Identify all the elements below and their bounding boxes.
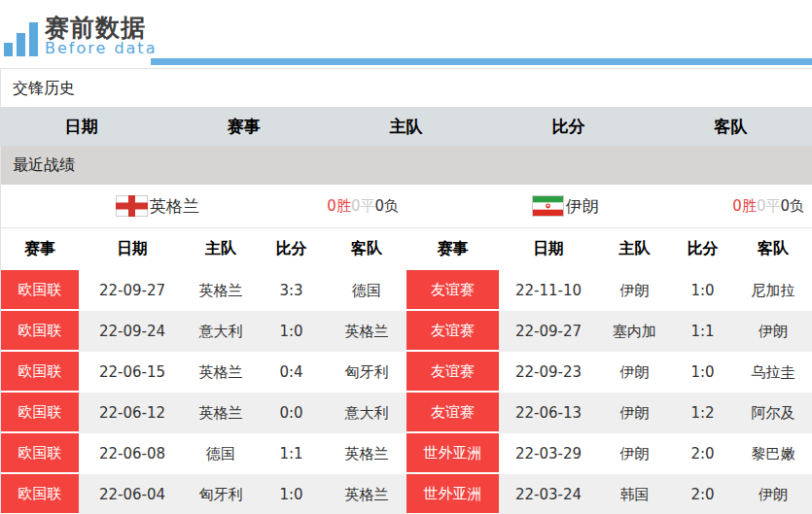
away-team: 乌拉圭 xyxy=(734,352,812,393)
england-wins: 0胜 xyxy=(327,197,351,215)
match-row: 欧国联 22-06-08 德国 1:1 英格兰 xyxy=(1,433,406,474)
home-team: 英格兰 xyxy=(186,393,256,433)
away-team: 黎巴嫩 xyxy=(734,433,812,474)
score: 1:0 xyxy=(671,270,734,311)
score: 0:4 xyxy=(256,352,327,393)
match-row: 世外亚洲 22-03-24 韩国 2:0 伊朗 xyxy=(406,474,812,514)
home-team: 匈牙利 xyxy=(186,474,256,514)
col-home: 主队 xyxy=(598,239,671,259)
england-losses: 0负 xyxy=(374,197,399,215)
home-team: 意大利 xyxy=(186,311,256,352)
h2h-col-competition: 赛事 xyxy=(162,116,325,138)
col-competition: 赛事 xyxy=(1,239,79,259)
col-away: 客队 xyxy=(327,239,406,259)
iran-wins: 0胜 xyxy=(732,197,757,215)
match-row: 友谊赛 22-09-23 伊朗 1:0 乌拉圭 xyxy=(406,352,812,393)
match-date: 22-06-08 xyxy=(79,433,186,474)
match-date: 22-06-12 xyxy=(79,393,186,433)
match-row: 友谊赛 22-11-10 伊朗 1:0 尼加拉 xyxy=(406,270,812,311)
away-team: 尼加拉 xyxy=(734,270,812,311)
competition-badge: 世外亚洲 xyxy=(406,433,499,474)
home-team: 伊朗 xyxy=(598,352,671,393)
h2h-col-away: 客队 xyxy=(650,116,812,138)
home-team: 伊朗 xyxy=(598,393,671,433)
h2h-col-home: 主队 xyxy=(325,116,487,138)
competition-badge: 友谊赛 xyxy=(406,393,499,433)
match-date: 22-03-29 xyxy=(499,433,598,474)
match-date: 22-06-13 xyxy=(499,393,598,433)
h2h-table-header: 日期 赛事 主队 比分 客队 xyxy=(0,107,812,146)
england-record: 0胜0平0负 xyxy=(327,197,399,216)
home-team: 德国 xyxy=(186,433,256,474)
england-table-header: 赛事 日期 主队 比分 客队 xyxy=(1,228,406,270)
match-date: 22-09-27 xyxy=(499,311,598,352)
h2h-section-title: 交锋历史 xyxy=(0,68,812,107)
score: 1:2 xyxy=(671,393,734,433)
england-draws: 0平 xyxy=(351,197,375,215)
iran-team-header: 伊朗 0胜0平0负 xyxy=(406,185,812,228)
match-date: 22-09-27 xyxy=(79,270,186,311)
match-date: 22-09-23 xyxy=(499,352,598,393)
home-team: 英格兰 xyxy=(186,270,256,311)
match-date: 22-03-24 xyxy=(499,474,598,514)
iran-flag-icon xyxy=(532,195,564,217)
away-team: 英格兰 xyxy=(327,311,406,352)
match-row: 友谊赛 22-06-13 伊朗 1:2 阿尔及 xyxy=(406,393,812,433)
score: 1:0 xyxy=(256,311,327,352)
home-team: 伊朗 xyxy=(598,433,671,474)
competition-badge: 欧国联 xyxy=(1,433,79,474)
col-score: 比分 xyxy=(256,239,327,259)
england-team-header: 英格兰 0胜0平0负 xyxy=(1,185,406,228)
england-table: 英格兰 0胜0平0负 赛事 日期 主队 比分 客队 欧国联 22-09-27 英… xyxy=(1,185,406,514)
competition-badge: 欧国联 xyxy=(1,474,79,514)
match-date: 22-09-24 xyxy=(79,311,186,352)
iran-table-header: 赛事 日期 主队 比分 客队 xyxy=(406,228,812,270)
competition-badge: 欧国联 xyxy=(1,311,79,352)
home-team: 韩国 xyxy=(598,474,671,514)
col-date: 日期 xyxy=(79,239,186,259)
match-date: 22-06-15 xyxy=(79,352,186,393)
england-flag-icon xyxy=(116,195,148,217)
accent-divider xyxy=(151,58,812,65)
away-team: 伊朗 xyxy=(734,474,812,514)
competition-badge: 世外亚洲 xyxy=(406,474,499,514)
away-team: 阿尔及 xyxy=(734,393,812,433)
match-row: 世外亚洲 22-03-29 伊朗 2:0 黎巴嫩 xyxy=(406,433,812,474)
home-team: 英格兰 xyxy=(186,352,256,393)
competition-badge: 友谊赛 xyxy=(406,352,499,393)
score: 1:0 xyxy=(671,352,734,393)
score: 1:1 xyxy=(256,433,327,474)
iran-draws: 0平 xyxy=(757,197,781,215)
iran-team-name: 伊朗 xyxy=(566,195,599,218)
page-header: 赛前数据 Before data xyxy=(0,0,812,68)
match-date: 22-11-10 xyxy=(499,270,598,311)
site-logo: 赛前数据 Before data xyxy=(4,8,157,56)
col-home: 主队 xyxy=(186,239,256,259)
score: 1:0 xyxy=(256,474,327,514)
match-row: 友谊赛 22-09-27 塞内加 1:1 伊朗 xyxy=(406,311,812,352)
score: 3:3 xyxy=(256,270,327,311)
match-row: 欧国联 22-09-24 意大利 1:0 英格兰 xyxy=(1,311,406,352)
away-team: 英格兰 xyxy=(327,474,406,514)
match-row: 欧国联 22-09-27 英格兰 3:3 德国 xyxy=(1,270,406,311)
score: 0:0 xyxy=(256,393,327,433)
score: 2:0 xyxy=(671,433,734,474)
col-date: 日期 xyxy=(499,239,598,259)
away-team: 匈牙利 xyxy=(327,352,406,393)
match-date: 22-06-04 xyxy=(79,474,186,514)
away-team: 意大利 xyxy=(327,393,406,433)
competition-badge: 友谊赛 xyxy=(406,311,499,352)
competition-badge: 友谊赛 xyxy=(406,270,499,311)
iran-table: 伊朗 0胜0平0负 赛事 日期 主队 比分 客队 友谊赛 22-11-10 伊朗… xyxy=(406,185,812,514)
match-row: 欧国联 22-06-15 英格兰 0:4 匈牙利 xyxy=(1,352,406,393)
logo-title: 赛前数据 xyxy=(45,16,157,40)
col-away: 客队 xyxy=(734,239,812,259)
away-team: 伊朗 xyxy=(734,311,812,352)
score: 2:0 xyxy=(671,474,734,514)
logo-subtitle: Before data xyxy=(45,41,157,56)
competition-badge: 欧国联 xyxy=(1,393,79,433)
home-team: 塞内加 xyxy=(598,311,671,352)
match-row: 欧国联 22-06-12 英格兰 0:0 意大利 xyxy=(1,393,406,433)
recent-results-tables: 英格兰 0胜0平0负 赛事 日期 主队 比分 客队 欧国联 22-09-27 英… xyxy=(0,185,812,514)
home-team: 伊朗 xyxy=(598,270,671,311)
